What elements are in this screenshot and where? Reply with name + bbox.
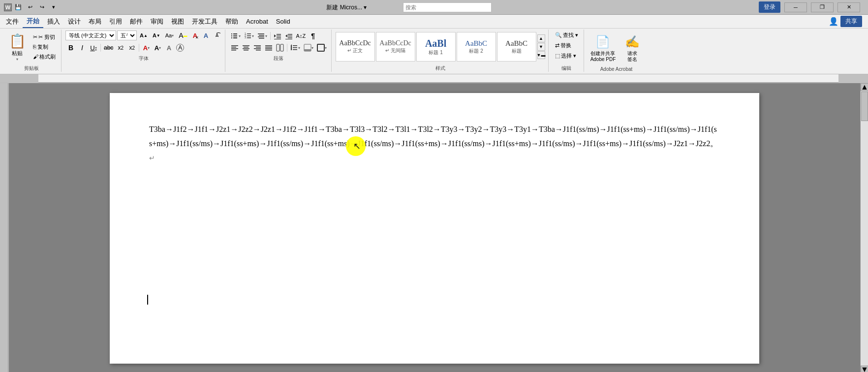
increase-indent-button[interactable] [283,31,294,41]
style-nospace[interactable]: AaBbCcDc ↵ 无间隔 [376,32,415,62]
border-button[interactable]: ▾ [315,42,328,53]
replace-button[interactable]: ⇄ 替换 [553,41,574,50]
bullet-list-button[interactable]: ▾ [229,31,242,41]
login-button[interactable]: 登录 [759,1,780,13]
phonetic-guide-button[interactable]: A͡ [212,31,222,40]
clear-format-button[interactable]: A ✕ [190,31,200,40]
styles-scroll-up[interactable]: ▲ [537,34,545,42]
text-color-button[interactable]: A ▾ [152,42,163,53]
justify-button[interactable] [263,42,274,53]
menu-references[interactable]: 引用 [105,16,126,28]
style-heading2-label: 标题 2 [469,48,483,55]
customize-quick-btn[interactable]: ▾ [48,2,59,13]
underline-button[interactable]: U▾ [88,42,99,53]
enclosure-button[interactable]: A [175,42,186,53]
scroll-thumb[interactable] [861,92,868,121]
search-input[interactable] [403,2,492,12]
multilevel-list-icon [257,32,265,40]
svg-rect-53 [8,83,8,372]
undo-quick-btn[interactable]: ↩ [25,2,35,13]
text-effect-button[interactable]: A [201,31,211,40]
italic-button[interactable]: I [77,42,88,53]
minimize-button[interactable]: ─ [784,2,807,12]
svg-rect-36 [254,48,261,49]
font-size-select[interactable]: 五号 初号 小初 一号 二号 三号 四号 [117,31,137,40]
cursor-arrow: ↖ [353,141,361,152]
numbered-list-button[interactable]: 1.2.3. ▾ [243,31,255,41]
align-right-button[interactable] [252,42,263,53]
svg-rect-42 [277,44,279,51]
menu-developer[interactable]: 开发工具 [188,16,221,28]
style-normal-preview: AaBbCcDc [339,39,371,47]
menu-home[interactable]: 开始 [23,15,43,28]
svg-rect-50 [317,44,324,51]
sort-button[interactable]: A↕Z [295,31,308,41]
menu-file[interactable]: 文件 [2,16,23,28]
find-button[interactable]: 🔍 查找 ▾ [553,31,581,40]
ruler-margin-right [838,74,868,83]
increase-font-button[interactable]: A▲ [138,31,150,40]
font-color-button[interactable]: A ▾ [141,42,152,53]
show-hide-button[interactable]: ¶ [308,31,318,41]
columns-button[interactable] [275,42,285,53]
format-painter-button[interactable]: 🖌 格式刷 [31,52,58,62]
scroll-down-button[interactable]: ▼ [861,366,868,372]
superscript-button[interactable]: x2 [126,42,137,53]
styles-more[interactable]: ▼▬ [537,51,545,59]
request-sign-button[interactable]: ✍ 请求签名 [620,31,645,64]
line-spacing-button[interactable]: ▾ [289,42,302,53]
share-button[interactable]: 共享 [840,16,862,27]
menu-view[interactable]: 视图 [167,16,188,28]
style-title[interactable]: AaBbC 标题 [497,32,536,62]
menu-mailings[interactable]: 邮件 [126,16,147,28]
document-page: ↖ T3ba→J1f2→J1f1→J2z1→J2z2→J2z1→J1f2→J1f… [110,93,759,364]
restore-button[interactable]: ❐ [811,2,834,12]
scroll-up-button[interactable]: ▲ [861,83,868,91]
style-heading1[interactable]: AaBl 标题 1 [416,32,456,62]
copy-button[interactable]: ⎘ 复制 [31,42,58,52]
shading-button[interactable]: ▾ [302,42,315,53]
bold-button[interactable]: B [65,42,76,53]
menu-insert[interactable]: 插入 [43,16,64,28]
font-family-select[interactable]: 等线 (中文正文) [65,31,116,40]
svg-marker-47 [291,44,292,50]
styles-scroll-down[interactable]: ▼ [537,43,545,51]
style-normal[interactable]: AaBbCcDc ↵ 正文 [336,32,375,62]
paste-button[interactable]: 📋 粘贴 ▾ [5,31,30,63]
svg-rect-22 [288,34,292,35]
save-quick-btn[interactable]: 💾 [13,2,24,13]
style-heading2[interactable]: AaBbC 标题 2 [457,32,496,62]
menu-acrobat[interactable]: Acrobat [242,16,272,27]
decrease-font-button[interactable]: A▼ [151,31,162,40]
menu-design[interactable]: 设计 [64,16,85,28]
multilevel-list-button[interactable]: ▾ [256,31,269,41]
cut-button[interactable]: ✂ ✂ 剪切 [31,32,58,42]
menu-layout[interactable]: 布局 [85,16,105,28]
align-left-button[interactable] [229,42,240,53]
svg-rect-37 [256,50,261,51]
select-button[interactable]: ⬚ 选择 ▾ [553,51,579,61]
style-nospace-label: ↵ 无间隔 [385,47,405,54]
svg-rect-19 [277,37,281,38]
change-case-button[interactable]: Aa▾ [163,31,176,40]
close-button[interactable]: ✕ [837,2,860,12]
subscript-button[interactable]: x2 [115,42,126,53]
svg-rect-33 [244,50,248,51]
vertical-scrollbar[interactable]: ▲ ▼ [860,83,868,372]
menu-help[interactable]: 帮助 [221,16,242,28]
menu-review[interactable]: 审阅 [147,16,167,28]
document-scroll[interactable]: ↖ T3ba→J1f2→J1f1→J2z1→J2z2→J2z1→J1f2→J1f… [9,83,860,372]
decrease-indent-button[interactable] [272,31,283,41]
paragraph-group: ▾ 1.2.3. ▾ ▾ [226,30,332,72]
svg-rect-26 [231,45,238,46]
svg-rect-49 [304,49,311,51]
text-effect-2-button[interactable]: A [163,42,174,53]
text-highlight-color-button[interactable]: A▬ [177,31,189,40]
strikethrough-button[interactable]: abc [102,42,115,53]
document-text[interactable]: T3ba→J1f2→J1f1→J2z1→J2z2→J2z1→J1f2→J1f1→… [149,123,720,165]
redo-quick-btn[interactable]: ↪ [36,2,47,13]
clipboard-group-content: 📋 粘贴 ▾ ✂ ✂ 剪切 ⎘ 复制 🖌 格式刷 [5,31,58,63]
menu-solid[interactable]: Solid [272,16,294,27]
center-button[interactable] [241,42,251,53]
create-pdf-button[interactable]: 📄 创建并共享Adobe PDF [588,31,619,64]
